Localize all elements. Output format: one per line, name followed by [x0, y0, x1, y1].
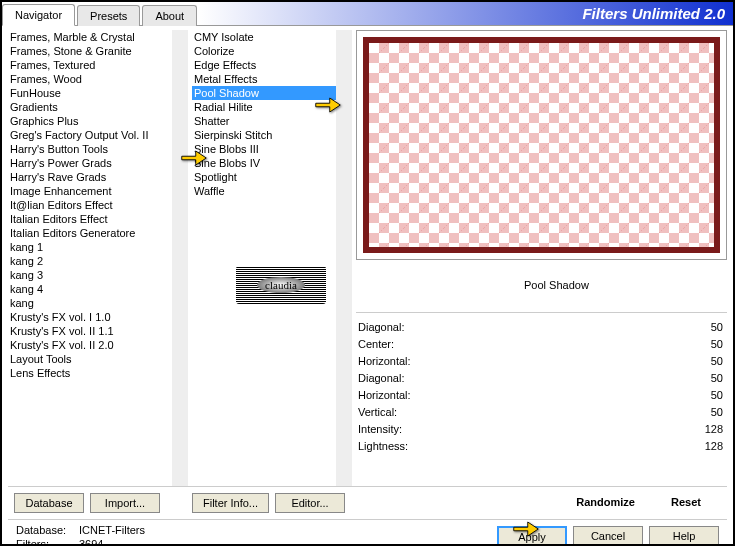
cancel-button[interactable]: Cancel	[573, 526, 643, 546]
tab-navigator[interactable]: Navigator	[2, 4, 75, 26]
category-item[interactable]: Lens Effects	[8, 366, 172, 380]
filter-list[interactable]: CMY IsolateColorizeEdge EffectsMetal Eff…	[192, 30, 352, 486]
editor-button[interactable]: Editor...	[275, 493, 345, 513]
param-value: 50	[711, 389, 723, 401]
param-value: 50	[711, 372, 723, 384]
param-label: Center:	[358, 338, 394, 350]
apply-button[interactable]: Apply	[497, 526, 567, 546]
category-item[interactable]: Frames, Marble & Crystal	[8, 30, 172, 44]
filters-count-label: Filters:	[16, 538, 71, 546]
category-item[interactable]: Harry's Rave Grads	[8, 170, 172, 184]
randomize-button[interactable]: Randomize	[566, 493, 645, 513]
filter-item[interactable]: Metal Effects	[192, 72, 336, 86]
category-item[interactable]: kang 4	[8, 282, 172, 296]
database-button[interactable]: Database	[14, 493, 84, 513]
category-item[interactable]: Frames, Stone & Granite	[8, 44, 172, 58]
tab-presets[interactable]: Presets	[77, 5, 140, 26]
filter-item[interactable]: Pool Shadow	[192, 86, 336, 100]
db-label: Database:	[16, 524, 71, 536]
param-value: 50	[711, 355, 723, 367]
param-row[interactable]: Lightness:128	[356, 438, 727, 455]
category-list[interactable]: Frames, Marble & CrystalFrames, Stone & …	[8, 30, 188, 486]
param-row[interactable]: Diagonal:50	[356, 370, 727, 387]
category-item[interactable]: Harry's Power Grads	[8, 156, 172, 170]
filter-item[interactable]: Shatter	[192, 114, 336, 128]
param-label: Vertical:	[358, 406, 397, 418]
param-value: 50	[711, 338, 723, 350]
param-label: Lightness:	[358, 440, 408, 452]
param-row[interactable]: Intensity:128	[356, 421, 727, 438]
category-item[interactable]: Gradients	[8, 100, 172, 114]
category-item[interactable]: Krusty's FX vol. II 2.0	[8, 338, 172, 352]
param-row[interactable]: Center:50	[356, 336, 727, 353]
category-item[interactable]: Italian Editors Effect	[8, 212, 172, 226]
filter-item[interactable]: Spotlight	[192, 170, 336, 184]
category-item[interactable]: kang 2	[8, 254, 172, 268]
param-row[interactable]: Vertical:50	[356, 404, 727, 421]
category-item[interactable]: kang	[8, 296, 172, 310]
param-label: Horizontal:	[358, 389, 411, 401]
param-label: Horizontal:	[358, 355, 411, 367]
param-row[interactable]: Horizontal:50	[356, 387, 727, 404]
reset-button[interactable]: Reset	[651, 493, 721, 513]
category-item[interactable]: Layout Tools	[8, 352, 172, 366]
category-item[interactable]: Harry's Button Tools	[8, 142, 172, 156]
filter-item[interactable]: Colorize	[192, 44, 336, 58]
filter-item[interactable]: Sine Blobs III	[192, 142, 336, 156]
current-filter-name: Pool Shadow	[454, 279, 727, 291]
category-item[interactable]: kang 3	[8, 268, 172, 282]
preview-image	[363, 37, 720, 253]
category-item[interactable]: Image Enhancement	[8, 184, 172, 198]
param-row[interactable]: Horizontal:50	[356, 353, 727, 370]
filter-item[interactable]: Sine Blobs IV	[192, 156, 336, 170]
filter-item[interactable]: Radial Hilite	[192, 100, 336, 114]
filter-item[interactable]: Waffle	[192, 184, 336, 198]
param-label: Diagonal:	[358, 372, 404, 384]
category-item[interactable]: kang 1	[8, 240, 172, 254]
filter-info-button[interactable]: Filter Info...	[192, 493, 269, 513]
category-item[interactable]: Frames, Textured	[8, 58, 172, 72]
category-item[interactable]: FunHouse	[8, 86, 172, 100]
tab-about[interactable]: About	[142, 5, 197, 26]
preview-pane	[356, 30, 727, 260]
filter-item[interactable]: Sierpinski Stitch	[192, 128, 336, 142]
parameter-list[interactable]: Diagonal:50Center:50Horizontal:50Diagona…	[356, 319, 727, 486]
db-value: ICNET-Filters	[79, 524, 145, 536]
category-item[interactable]: Krusty's FX vol. II 1.1	[8, 324, 172, 338]
watermark-badge: claudia	[236, 266, 326, 304]
param-value: 128	[705, 440, 723, 452]
param-label: Diagonal:	[358, 321, 404, 333]
category-item[interactable]: Krusty's FX vol. I 1.0	[8, 310, 172, 324]
filters-count-value: 3694	[79, 538, 103, 546]
filter-item[interactable]: CMY Isolate	[192, 30, 336, 44]
param-row[interactable]: Diagonal:50	[356, 319, 727, 336]
import-button[interactable]: Import...	[90, 493, 160, 513]
category-item[interactable]: Graphics Plus	[8, 114, 172, 128]
category-item[interactable]: Frames, Wood	[8, 72, 172, 86]
category-item[interactable]: Greg's Factory Output Vol. II	[8, 128, 172, 142]
help-button[interactable]: Help	[649, 526, 719, 546]
app-title: Filters Unlimited 2.0	[582, 5, 725, 22]
param-value: 50	[711, 321, 723, 333]
category-item[interactable]: It@lian Editors Effect	[8, 198, 172, 212]
param-label: Intensity:	[358, 423, 402, 435]
param-value: 128	[705, 423, 723, 435]
param-value: 50	[711, 406, 723, 418]
category-item[interactable]: Italian Editors Generatore	[8, 226, 172, 240]
filter-item[interactable]: Edge Effects	[192, 58, 336, 72]
title-bar: Filters Unlimited 2.0	[199, 2, 733, 25]
